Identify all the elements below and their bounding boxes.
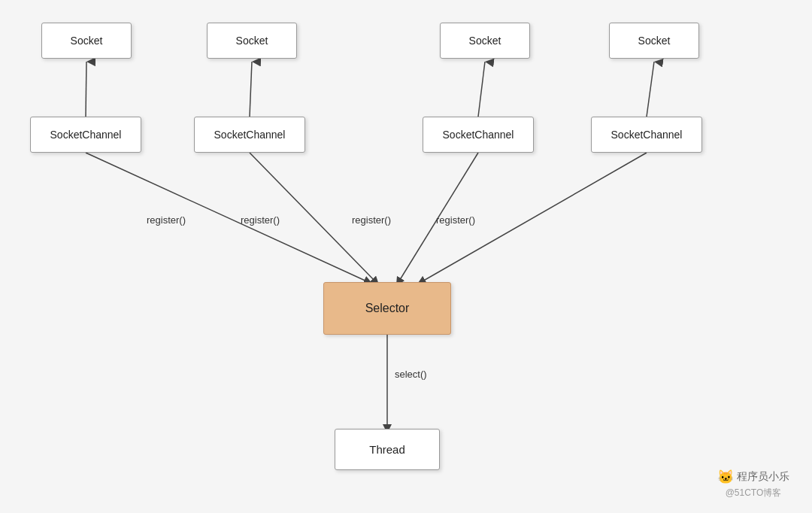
socketchannel-box-4: SocketChannel — [591, 117, 702, 153]
selector-box: Selector — [323, 282, 451, 335]
socketchannel-box-2: SocketChannel — [194, 117, 305, 153]
svg-line-3 — [250, 62, 252, 117]
sc-label-2: SocketChannel — [214, 129, 286, 141]
svg-line-2 — [86, 62, 86, 117]
svg-line-6 — [86, 153, 368, 282]
thread-box: Thread — [335, 429, 440, 470]
watermark-name: 程序员小乐 — [737, 470, 789, 484]
sc-label-1: SocketChannel — [50, 129, 122, 141]
socket-label-3: Socket — [469, 35, 501, 47]
selector-label: Selector — [365, 302, 410, 315]
sc-label-3: SocketChannel — [443, 129, 514, 141]
watermark-sub: @51CTO博客 — [726, 487, 782, 499]
svg-line-5 — [647, 62, 654, 117]
register-label-4: register() — [436, 214, 475, 226]
select-label: select() — [395, 369, 427, 380]
register-label-2: register() — [241, 214, 280, 226]
socket-box-3: Socket — [440, 23, 530, 59]
socketchannel-box-3: SocketChannel — [423, 117, 534, 153]
socket-label-4: Socket — [638, 35, 671, 47]
socket-box-4: Socket — [609, 23, 699, 59]
sc-label-4: SocketChannel — [611, 129, 683, 141]
thread-label: Thread — [369, 443, 405, 456]
register-label-1: register() — [147, 214, 186, 226]
svg-line-4 — [478, 62, 485, 117]
socket-label-1: Socket — [71, 35, 103, 47]
diagram-container: Socket Socket Socket Socket SocketChanne… — [0, 0, 812, 513]
socket-box-1: Socket — [41, 23, 132, 59]
socket-label-2: Socket — [236, 35, 268, 47]
register-label-3: register() — [352, 214, 391, 226]
watermark: 🐱 程序员小乐 @51CTO博客 — [717, 469, 789, 499]
watermark-icon: 🐱 — [717, 469, 734, 485]
socket-box-2: Socket — [207, 23, 297, 59]
socketchannel-box-1: SocketChannel — [30, 117, 141, 153]
